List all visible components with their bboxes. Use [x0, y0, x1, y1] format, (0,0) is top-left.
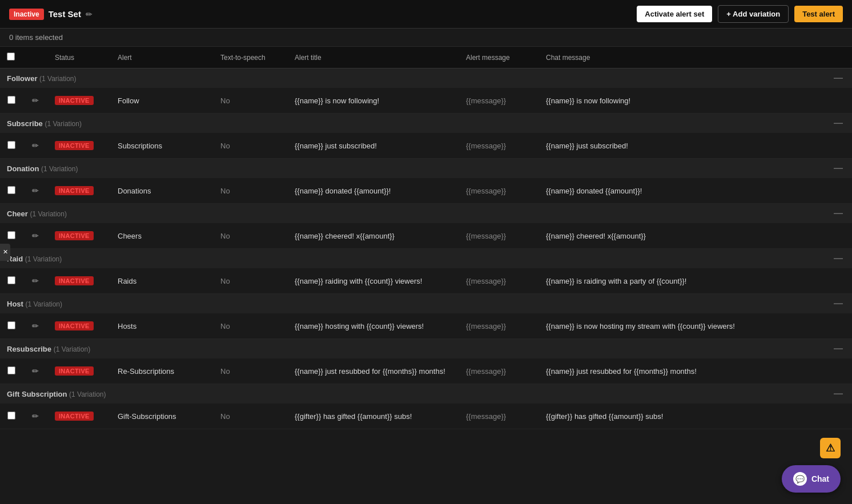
group-row: Donation (1 Variation) —	[0, 159, 852, 179]
status-badge: Inactive	[55, 96, 94, 105]
edit-row-button[interactable]: ✏	[30, 365, 41, 377]
group-collapse-icon[interactable]: —	[539, 159, 852, 179]
row-alert-message-cell: {{message}}	[459, 358, 539, 384]
row-edit-cell: ✏	[23, 178, 48, 204]
edit-row-button[interactable]: ✏	[30, 95, 41, 106]
row-edit-cell: ✏	[23, 313, 48, 339]
row-chat-message-cell: {{name}} just subscribed!	[539, 133, 852, 159]
group-collapse-icon[interactable]: —	[539, 204, 852, 224]
alerts-table: Status Alert Text-to-speech Alert title …	[0, 47, 852, 429]
row-alert-title-cell: {{name}} raiding with {{count}} viewers!	[288, 268, 459, 294]
group-row: Gift Subscription (1 Variation) —	[0, 384, 852, 404]
status-badge: Inactive	[55, 231, 94, 240]
status-badge: Inactive	[55, 412, 94, 421]
row-chat-message-cell: {{gifter}} has gifted {{amount}} subs!	[539, 404, 852, 429]
row-checkbox[interactable]	[7, 412, 15, 420]
row-alert-title-cell: {{name}} is now following!	[288, 88, 459, 114]
status-badge: Inactive	[55, 276, 94, 285]
edit-row-button[interactable]: ✏	[30, 140, 41, 151]
row-status-cell: Inactive	[48, 404, 111, 429]
row-alert-title-cell: {{name}} cheered! x{{amount}}	[288, 223, 459, 249]
add-variation-button[interactable]: + Add variation	[718, 5, 789, 23]
close-button[interactable]: ✕	[0, 244, 10, 261]
group-row: Follower (1 Variation) —	[0, 68, 852, 88]
alerts-table-container: Status Alert Text-to-speech Alert title …	[0, 47, 852, 429]
col-alert-message: Alert message	[459, 47, 539, 68]
group-row: Raid (1 Variation) —	[0, 249, 852, 269]
row-checkbox-cell	[0, 404, 23, 429]
table-row: ✏ Inactive Re-Subscriptions No {{name}} …	[0, 358, 852, 384]
col-chat-message: Chat message	[539, 47, 852, 68]
row-alert-message-cell: {{message}}	[459, 133, 539, 159]
row-alert-cell: Cheers	[111, 223, 214, 249]
row-alert-cell: Subscriptions	[111, 133, 214, 159]
row-checkbox[interactable]	[7, 231, 15, 239]
warning-button[interactable]: ⚠	[820, 438, 841, 458]
row-checkbox[interactable]	[7, 141, 15, 149]
row-checkbox[interactable]	[7, 186, 15, 194]
row-alert-message-cell: {{message}}	[459, 268, 539, 294]
group-name: Donation (1 Variation)	[0, 159, 539, 179]
row-chat-message-cell: {{name}} donated {{amount}}!	[539, 178, 852, 204]
row-alert-message-cell: {{message}}	[459, 178, 539, 204]
row-alert-cell: Raids	[111, 268, 214, 294]
row-checkbox[interactable]	[7, 276, 15, 284]
row-status-cell: Inactive	[48, 313, 111, 339]
row-alert-message-cell: {{message}}	[459, 313, 539, 339]
group-name: Resubscribe (1 Variation)	[0, 339, 539, 359]
row-checkbox-cell	[0, 133, 23, 159]
col-status: Status	[48, 47, 111, 68]
row-tts-cell: No	[214, 404, 288, 429]
row-alert-message-cell: {{message}}	[459, 404, 539, 429]
chat-button[interactable]: 💬 Chat	[782, 465, 841, 493]
activate-alert-set-button[interactable]: Activate alert set	[637, 6, 712, 22]
row-tts-cell: No	[214, 313, 288, 339]
group-collapse-icon[interactable]: —	[539, 384, 852, 404]
edit-row-button[interactable]: ✏	[30, 230, 41, 241]
table-row: ✏ Inactive Subscriptions No {{name}} jus…	[0, 133, 852, 159]
chat-label: Chat	[811, 474, 829, 483]
top-bar: Inactive Test Set ✏ Activate alert set +…	[0, 0, 852, 29]
table-row: ✏ Inactive Follow No {{name}} is now fol…	[0, 88, 852, 114]
row-alert-message-cell: {{message}}	[459, 88, 539, 114]
row-tts-cell: No	[214, 88, 288, 114]
row-edit-cell: ✏	[23, 88, 48, 114]
group-collapse-icon[interactable]: —	[539, 114, 852, 134]
group-collapse-icon[interactable]: —	[539, 339, 852, 359]
row-tts-cell: No	[214, 223, 288, 249]
table-row: ✏ Inactive Gift-Subscriptions No {{gifte…	[0, 404, 852, 429]
select-all-checkbox[interactable]	[7, 53, 15, 61]
row-chat-message-cell: {{name}} just resubbed for {{months}} mo…	[539, 358, 852, 384]
row-status-cell: Inactive	[48, 88, 111, 114]
group-row: Cheer (1 Variation) —	[0, 204, 852, 224]
selection-count: 0 items selected	[9, 33, 63, 42]
edit-row-button[interactable]: ✏	[30, 275, 41, 287]
row-checkbox[interactable]	[7, 96, 15, 104]
row-alert-title-cell: {{name}} just resubbed for {{months}} mo…	[288, 358, 459, 384]
edit-row-button[interactable]: ✏	[30, 410, 41, 422]
edit-title-icon[interactable]: ✏	[86, 10, 93, 19]
col-edit	[23, 47, 48, 68]
test-alert-button[interactable]: Test alert	[794, 6, 843, 22]
row-alert-cell: Gift-Subscriptions	[111, 404, 214, 429]
group-collapse-icon[interactable]: —	[539, 249, 852, 269]
alert-set-title: Test Set	[49, 9, 81, 19]
row-status-cell: Inactive	[48, 133, 111, 159]
row-edit-cell: ✏	[23, 268, 48, 294]
col-alert: Alert	[111, 47, 214, 68]
group-collapse-icon[interactable]: —	[539, 294, 852, 314]
row-alert-title-cell: {{name}} donated {{amount}}!	[288, 178, 459, 204]
row-chat-message-cell: {{name}} is raiding with a party of {{co…	[539, 268, 852, 294]
row-checkbox[interactable]	[7, 321, 15, 329]
group-collapse-icon[interactable]: —	[539, 68, 852, 88]
edit-row-button[interactable]: ✏	[30, 320, 41, 332]
row-chat-message-cell: {{name}} cheered! x{{amount}}	[539, 223, 852, 249]
group-name: Host (1 Variation)	[0, 294, 539, 314]
status-badge: Inactive	[55, 186, 94, 195]
table-row: ✏ Inactive Donations No {{name}} donated…	[0, 178, 852, 204]
row-checkbox[interactable]	[7, 366, 15, 374]
group-name: Raid (1 Variation)	[0, 249, 539, 269]
edit-row-button[interactable]: ✏	[30, 185, 41, 196]
group-name: Follower (1 Variation)	[0, 68, 539, 88]
row-alert-title-cell: {{name}} hosting with {{count}} viewers!	[288, 313, 459, 339]
